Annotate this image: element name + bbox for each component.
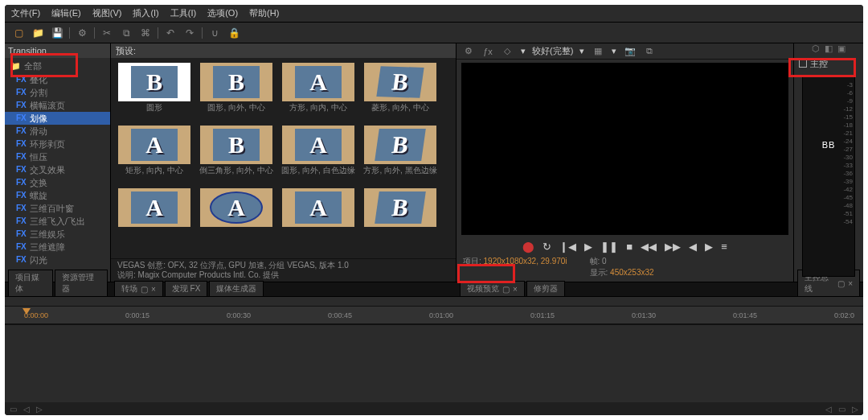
preset-thumbnails[interactable]: B圆形B圆形, 向外, 中心A方形, 向内, 中心B菱形, 向外, 中心A矩形,… xyxy=(111,58,456,258)
preset-thumbnail[interactable]: B圆形, 向外, 中心 xyxy=(199,63,273,122)
preview-split-icon[interactable]: ◇ xyxy=(500,44,514,59)
effects-tree[interactable]: 📁 全部 FX叠化FX分割FX横幅滚页FX划像FX滑动FX环形剥页FX恒压FX交… xyxy=(5,58,110,282)
timeline-tracks[interactable] xyxy=(5,324,863,402)
timeline-tool-f[interactable]: ▷ xyxy=(852,405,858,414)
go-start-button[interactable]: ◀◀ xyxy=(641,241,657,253)
play-button[interactable]: ▶ xyxy=(584,241,592,253)
save-icon[interactable]: 💾 xyxy=(50,26,64,40)
loop-button[interactable]: ↻ xyxy=(542,241,551,253)
thumbnail-image: A xyxy=(118,126,190,164)
ruler-timecode: 0:00:15 xyxy=(125,311,149,319)
preset-thumbnail[interactable]: B方形, 向外, 黑色边缘 xyxy=(363,126,437,185)
tree-item[interactable]: FX三维娱乐 xyxy=(5,228,110,241)
menu-help[interactable]: 帮助(H) xyxy=(249,7,279,19)
mid-tabstrip: 转场▢× 发现 FX 媒体生成器 xyxy=(111,282,457,296)
master-icon-b[interactable]: ◧ xyxy=(825,43,833,56)
stop-button[interactable]: ■ xyxy=(626,241,633,253)
preset-info: VEGAS 创意: OFX, 32 位浮点, GPU 加速, 分组 VEGAS,… xyxy=(111,258,456,282)
preview-snapshot-icon[interactable]: 📷 xyxy=(623,44,637,59)
tree-item[interactable]: FX叠化 xyxy=(5,73,110,86)
preset-thumbnail[interactable]: B xyxy=(363,188,437,248)
lock-icon[interactable]: 🔒 xyxy=(227,26,241,40)
thumbnail-letter: B xyxy=(146,68,162,96)
menu-edit[interactable]: 编辑(E) xyxy=(51,7,81,19)
preset-thumbnail[interactable]: B菱形, 向外, 中心 xyxy=(363,63,437,122)
snap-icon[interactable]: ∪ xyxy=(207,26,222,40)
ruler-timecode: 0:01:00 xyxy=(429,311,453,319)
tree-root-all[interactable]: 📁 全部 xyxy=(5,60,110,73)
prev-frame-button[interactable]: ◀ xyxy=(689,241,697,253)
timeline-tool-c[interactable]: ▷ xyxy=(36,405,43,414)
tree-item[interactable]: FX三维飞入/飞出 xyxy=(5,215,110,228)
close-icon[interactable]: × xyxy=(151,285,156,294)
timeline-tool-e[interactable]: ▭ xyxy=(838,405,845,414)
undo-icon[interactable]: ↶ xyxy=(163,26,178,40)
timeline-ruler[interactable]: 0:00:000:00:150:00:300:00:450:01:000:01:… xyxy=(5,307,863,324)
tab-video-preview[interactable]: 视频预览▢× xyxy=(460,281,525,296)
tree-item[interactable]: FX交换 xyxy=(5,176,110,189)
preview-settings-icon[interactable]: ⚙ xyxy=(461,44,476,59)
tree-item[interactable]: FX划像 xyxy=(5,112,110,125)
menu-tools[interactable]: 工具(I) xyxy=(170,7,196,19)
tree-item[interactable]: FX三维百叶窗 xyxy=(5,202,110,215)
tree-item[interactable]: FX交叉效果 xyxy=(5,163,110,176)
tab-project-media[interactable]: 项目媒体 xyxy=(8,270,53,296)
play-start-button[interactable]: ❙◀ xyxy=(559,241,576,253)
new-project-icon[interactable]: ▢ xyxy=(11,26,26,40)
tab-discover-fx[interactable]: 发现 FX xyxy=(165,281,208,296)
tree-item[interactable]: FX横幅滚页 xyxy=(5,99,110,112)
menu-insert[interactable]: 插入(I) xyxy=(133,7,158,19)
timeline-tool-a[interactable]: ▭ xyxy=(10,405,17,414)
tab-transitions[interactable]: 转场▢× xyxy=(114,281,163,296)
master-icon-c[interactable]: ▣ xyxy=(837,43,845,56)
transport-menu[interactable]: ≡ xyxy=(721,241,727,253)
close-icon[interactable]: × xyxy=(513,285,518,294)
tree-item[interactable]: FX环形剥页 xyxy=(5,138,110,150)
preview-fx-icon[interactable]: ƒx xyxy=(481,44,495,59)
tree-item-label: 三维飞入/飞出 xyxy=(30,216,85,227)
pause-button[interactable]: ❚❚ xyxy=(600,241,618,253)
tab-explorer[interactable]: 资源管理器 xyxy=(55,270,108,296)
tree-item[interactable]: FX分割 xyxy=(5,86,110,99)
tree-item[interactable]: FX螺旋 xyxy=(5,189,110,202)
record-button[interactable]: ⬤ xyxy=(522,241,534,253)
copy-icon[interactable]: ⧉ xyxy=(119,26,133,40)
preset-thumbnail[interactable]: B圆形 xyxy=(117,63,191,122)
master-meter[interactable]: BB -3-6-9-12-15-18-21-24-27-30-33-36-39-… xyxy=(802,76,855,277)
preview-grid-icon[interactable]: ▦ xyxy=(591,44,605,59)
next-frame-button[interactable]: ▶ xyxy=(705,241,713,253)
menu-file[interactable]: 文件(F) xyxy=(11,7,40,19)
menu-view[interactable]: 视图(V) xyxy=(92,7,122,19)
settings-icon[interactable]: ⚙ xyxy=(75,26,89,40)
preset-thumbnail[interactable]: A xyxy=(117,188,191,248)
fx-badge: FX xyxy=(16,126,27,137)
open-folder-icon[interactable]: 📁 xyxy=(31,26,45,40)
paste-icon[interactable]: ⌘ xyxy=(138,26,153,40)
tree-item[interactable]: FX滑动 xyxy=(5,125,110,138)
preset-thumbnail[interactable]: A方形, 向内, 中心 xyxy=(281,63,355,122)
preview-copy-icon[interactable]: ⧉ xyxy=(642,44,657,59)
preset-thumbnail[interactable]: B倒三角形, 向外, 中心 xyxy=(199,126,273,185)
fx-badge: FX xyxy=(16,229,27,240)
timeline-tool-d[interactable]: ◁ xyxy=(825,405,832,414)
tree-item[interactable]: FX闪光 xyxy=(5,253,110,266)
tree-item[interactable]: FX三维遮障 xyxy=(5,241,110,253)
timeline-footer: ▭ ◁ ▷ ◁ ▭ ▷ xyxy=(5,402,863,415)
meter-tick: -45 xyxy=(843,194,853,201)
preset-thumbnail[interactable]: A xyxy=(281,188,355,248)
preset-thumbnail[interactable]: A xyxy=(199,188,273,248)
preset-thumbnail[interactable]: A圆形, 向外, 白色边缘 xyxy=(281,126,355,185)
go-end-button[interactable]: ▶▶ xyxy=(665,241,681,253)
cut-icon[interactable]: ✂ xyxy=(100,26,114,40)
tree-header-label: Transition xyxy=(8,46,47,56)
meter-tick: -15 xyxy=(843,113,853,121)
tab-media-gen[interactable]: 媒体生成器 xyxy=(209,281,264,296)
master-icon-a[interactable]: ⬡ xyxy=(812,43,820,56)
preview-quality-dropdown[interactable]: 较好(完整) xyxy=(532,45,573,57)
preset-thumbnail[interactable]: A矩形, 向内, 中心 xyxy=(117,126,191,185)
menu-options[interactable]: 选项(O) xyxy=(207,7,238,19)
redo-icon[interactable]: ↷ xyxy=(182,26,197,40)
timeline-tool-b[interactable]: ◁ xyxy=(23,405,30,414)
tree-item[interactable]: FX恒压 xyxy=(5,150,110,163)
tab-trimmer[interactable]: 修剪器 xyxy=(526,281,565,296)
